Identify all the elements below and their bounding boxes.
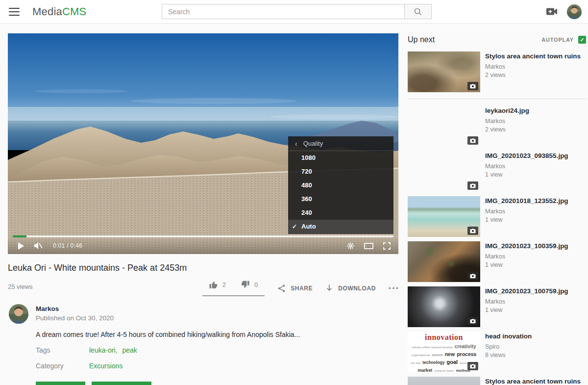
share-button[interactable]: SHARE [277, 284, 313, 293]
share-icon [277, 284, 286, 293]
menu-icon[interactable] [9, 8, 20, 16]
related-media-item[interactable]: IMG_20201018_123552.jpg Markos 1 view [408, 196, 586, 237]
more-actions-button[interactable] [389, 287, 398, 289]
wordcloud-word: market [418, 368, 433, 372]
related-media-title: IMG_20201023_100359.jpg [485, 242, 568, 251]
related-media-thumbnail[interactable] [408, 241, 480, 282]
video-player[interactable]: 0:01 / 0:46 [8, 33, 398, 254]
wordcloud-word: goal [447, 359, 458, 365]
related-media-item[interactable]: Stylos area ancient town ruins [408, 377, 586, 385]
play-icon [18, 242, 24, 250]
theater-mode-button[interactable] [364, 243, 373, 249]
fullscreen-button[interactable] [383, 242, 391, 250]
wordcloud-word: city use [411, 361, 420, 364]
related-media-thumbnail[interactable] [408, 151, 480, 192]
views-count: 25 views [8, 280, 33, 290]
related-media-thumbnail[interactable] [408, 286, 480, 327]
camera-icon [470, 138, 476, 143]
check-icon: ✓ [292, 220, 297, 233]
quality-menu-title: Quality [303, 140, 323, 147]
delete-media-button[interactable]: DELETE MEDIA [92, 382, 151, 385]
gear-icon [347, 242, 354, 250]
camera-icon [470, 229, 476, 233]
wordcloud-word: creativity [455, 344, 476, 349]
related-media-views: 1 view [485, 171, 568, 178]
category-link-excursions[interactable]: Excursions [89, 362, 122, 370]
quality-option-360[interactable]: 360 [288, 192, 393, 206]
related-media-thumbnail[interactable]: innovationindustry effect reduced develo… [408, 332, 480, 372]
related-media-item[interactable]: IMG_20201023_093855.jpg Markos 1 view [408, 151, 586, 192]
related-media-author: Markos [485, 63, 581, 70]
quality-option-720[interactable]: 720 [288, 165, 393, 179]
related-media-item[interactable]: IMG_20201023_100759.jpg Markos 1 view [408, 286, 586, 327]
media-actions: 2 0 SHARE [202, 280, 398, 296]
download-label: DOWNLOAD [338, 285, 376, 292]
related-media-views: 1 view [485, 216, 568, 223]
wordcloud-word: research better [434, 369, 454, 372]
author-name[interactable]: Markos [36, 305, 114, 312]
play-button[interactable] [18, 242, 24, 250]
related-media-thumbnail[interactable] [408, 106, 480, 147]
search-bar [162, 4, 432, 19]
like-button[interactable]: 2 [209, 280, 226, 289]
related-media-item[interactable]: Stylos area ancient town ruins Markos 2 … [408, 51, 586, 92]
wordcloud-word: organizational [412, 354, 430, 357]
camera-badge [467, 317, 478, 325]
tag-link-leuka-ori[interactable]: leuka-ori, [89, 346, 118, 354]
dislike-count: 0 [254, 281, 258, 288]
camera-icon [470, 364, 476, 369]
related-media-views: 1 view [485, 261, 568, 268]
download-button[interactable]: DOWNLOAD [325, 284, 376, 292]
tag-link-peak[interactable]: peak [122, 346, 137, 354]
search-input[interactable] [162, 4, 405, 19]
quality-option-1080[interactable]: 1080 [288, 151, 393, 165]
dislike-button[interactable]: 0 [241, 280, 258, 289]
mute-button[interactable] [34, 242, 43, 250]
related-media-title: IMG_20201023_100759.jpg [485, 287, 568, 296]
related-media-author: Markos [485, 163, 568, 170]
media-title: Leuka Ori - White mountains - Peak at 24… [8, 263, 398, 273]
settings-button[interactable] [347, 242, 354, 250]
theater-mode-icon [364, 243, 373, 249]
logo-text-cms: CMS [62, 5, 87, 18]
search-button[interactable] [405, 4, 432, 19]
camera-badge [467, 227, 478, 235]
page-content: 0:01 / 0:46 [0, 24, 588, 385]
quality-menu-back[interactable]: ‹ Quality [288, 136, 393, 151]
user-avatar[interactable] [567, 4, 582, 19]
up-next-sidebar: Up next AUTOPLAY ✓ Stylos area ancient t… [408, 33, 586, 385]
rating-group: 2 0 [202, 280, 265, 296]
autoplay-checkbox[interactable]: ✓ [578, 36, 586, 44]
quality-option-480[interactable]: 480 [288, 179, 393, 192]
upload-media-button[interactable] [546, 7, 558, 18]
camera-icon [470, 183, 476, 188]
wordcloud-word: innovation [425, 334, 463, 342]
camera-icon [470, 319, 476, 324]
camera-badge [467, 82, 478, 90]
tags-row: Tags leuka-ori, peak [36, 346, 398, 354]
volume-muted-icon [34, 242, 43, 250]
main-column: 0:01 / 0:46 [8, 33, 398, 385]
author-section: Markos Published on Oct 30, 2020 [8, 304, 398, 324]
related-media-item[interactable]: innovationindustry effect reduced develo… [408, 332, 586, 372]
related-media-thumbnail[interactable] [408, 377, 480, 385]
related-media-item[interactable]: leykaori24.jpg Markos 2 views [408, 106, 586, 147]
up-next-title: Up next [408, 35, 435, 44]
quality-option-240[interactable]: 240 [288, 206, 393, 220]
related-media-list: Stylos area ancient town ruins Markos 2 … [408, 51, 586, 385]
fullscreen-icon [383, 242, 391, 250]
related-media-thumbnail[interactable] [408, 51, 480, 92]
app-logo[interactable]: MediaCMS [32, 5, 86, 18]
camera-icon [470, 84, 476, 89]
related-media-title: IMG_20201018_123552.jpg [485, 197, 568, 205]
thumbs-down-icon [241, 280, 250, 289]
camera-icon [470, 274, 476, 279]
related-media-item[interactable]: IMG_20201023_100359.jpg Markos 1 view [408, 241, 586, 282]
wordcloud-word: industry effect reduced develop [412, 346, 452, 349]
related-media-thumbnail[interactable] [408, 196, 480, 237]
author-avatar[interactable] [9, 304, 28, 324]
edit-media-button[interactable]: EDIT MEDIA [36, 382, 85, 385]
related-media-views: 2 views [485, 126, 529, 133]
quality-option-auto[interactable]: ✓Auto [288, 220, 393, 233]
related-media-author: Markos [485, 253, 568, 260]
